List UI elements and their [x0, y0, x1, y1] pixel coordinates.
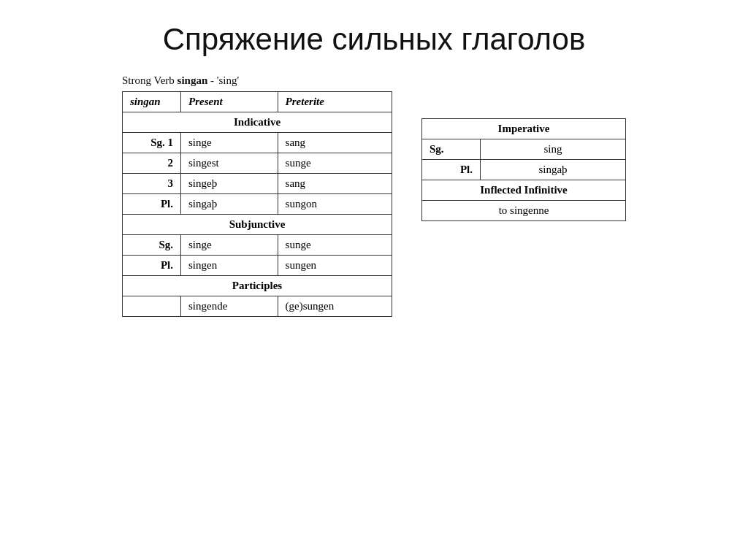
table-row: Pl. singen sungen	[123, 256, 392, 276]
infinitive-value: to singenne	[422, 201, 626, 221]
subtitle-verb: singan	[178, 74, 208, 86]
row-present: singaþ	[181, 194, 278, 215]
row-label: Sg.	[123, 235, 181, 256]
subtitle: Strong Verb singan - 'sing'	[122, 74, 239, 87]
row-present: singe	[181, 133, 278, 153]
indicative-header: Indicative	[123, 112, 392, 133]
header-col2: Present	[181, 92, 278, 112]
right-section: Imperative Sg. sing Pl. singaþ Inflected…	[421, 74, 626, 221]
imperative-sg-value: sing	[481, 139, 626, 160]
row-preterite: sang	[278, 174, 392, 194]
page-title: Спряжение сильных глаголов	[163, 22, 585, 57]
imperative-pl-label: Pl.	[422, 160, 481, 180]
row-label: 3	[123, 174, 181, 194]
row-preterite: sunge	[278, 153, 392, 174]
secondary-table: Imperative Sg. sing Pl. singaþ Inflected…	[421, 118, 626, 221]
row-label: Pl.	[123, 256, 181, 276]
indicative-title: Indicative	[123, 112, 392, 133]
row-preterite: (ge)sungen	[278, 296, 392, 317]
row-label: Pl.	[123, 194, 181, 215]
table-row: Sg. 1 singe sang	[123, 133, 392, 153]
main-table: singan Present Preterite Indicative Sg. …	[122, 91, 392, 317]
subjunctive-header: Subjunctive	[123, 215, 392, 235]
row-present: singende	[181, 296, 278, 317]
header-col3: Preterite	[278, 92, 392, 112]
row-present: singeþ	[181, 174, 278, 194]
row-label	[123, 296, 181, 317]
header-col1: singan	[123, 92, 181, 112]
table-row: Pl. singaþ sungon	[123, 194, 392, 215]
content-area: Strong Verb singan - 'sing' singan Prese…	[29, 74, 719, 317]
row-label: Sg. 1	[123, 133, 181, 153]
row-preterite: sang	[278, 133, 392, 153]
imperative-header: Imperative	[422, 119, 626, 139]
imperative-sg-row: Sg. sing	[422, 139, 626, 160]
row-present: singen	[181, 256, 278, 276]
imperative-pl-row: Pl. singaþ	[422, 160, 626, 180]
infinitive-title: Inflected Infinitive	[422, 180, 626, 201]
left-section: Strong Verb singan - 'sing' singan Prese…	[122, 74, 392, 317]
subjunctive-title: Subjunctive	[123, 215, 392, 235]
imperative-pl-value: singaþ	[481, 160, 626, 180]
imperative-sg-label: Sg.	[422, 139, 481, 160]
row-present: singe	[181, 235, 278, 256]
table-header-row: singan Present Preterite	[123, 92, 392, 112]
infinitive-row: to singenne	[422, 201, 626, 221]
row-preterite: sungon	[278, 194, 392, 215]
row-preterite: sunge	[278, 235, 392, 256]
table-row: 2 singest sunge	[123, 153, 392, 174]
subtitle-text: Strong Verb	[122, 74, 178, 86]
table-row: Sg. singe sunge	[123, 235, 392, 256]
row-label: 2	[123, 153, 181, 174]
imperative-title: Imperative	[422, 119, 626, 139]
infinitive-header: Inflected Infinitive	[422, 180, 626, 201]
participles-header: Participles	[123, 276, 392, 296]
subtitle-meaning: - 'sing'	[207, 74, 239, 86]
table-row: 3 singeþ sang	[123, 174, 392, 194]
row-present: singest	[181, 153, 278, 174]
row-preterite: sungen	[278, 256, 392, 276]
participles-title: Participles	[123, 276, 392, 296]
table-row: singende (ge)sungen	[123, 296, 392, 317]
